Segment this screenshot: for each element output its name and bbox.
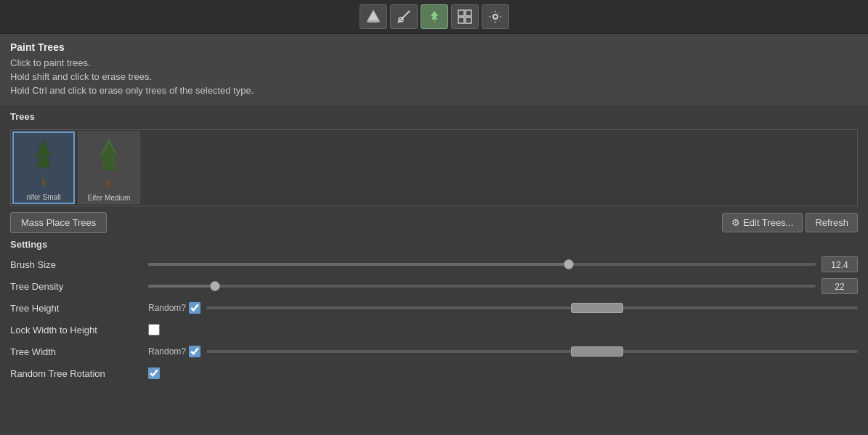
brush-size-value[interactable]: 12.4 — [822, 256, 858, 272]
lock-width-row: Lock Width to Height — [10, 320, 858, 340]
settings-section: Settings Brush Size 12.4 Tree Density 22… — [0, 236, 868, 388]
paint-trees-icon — [426, 9, 442, 25]
brush-size-slider-container — [148, 263, 816, 266]
svg-rect-5 — [434, 20, 435, 23]
tree-density-label: Tree Density — [10, 281, 148, 292]
tree-height-range-container — [206, 306, 858, 309]
tree-height-track[interactable] — [206, 306, 858, 309]
tree-density-slider-container — [148, 285, 816, 288]
paint-trees-tool-btn[interactable] — [421, 4, 448, 29]
edit-trees-button[interactable]: ⚙Edit Trees... — [722, 213, 803, 232]
lock-width-label: Lock Width to Height — [10, 325, 148, 336]
tree-width-row: Tree Width Random? — [10, 341, 858, 362]
tree-label-1: Eifer Medium — [88, 194, 131, 202]
tree-thumb-1[interactable]: Eifer Medium — [78, 131, 140, 204]
svg-rect-6 — [458, 10, 464, 16]
svg-marker-0 — [367, 10, 380, 22]
gear-icon: ⚙ — [731, 217, 740, 228]
trees-section-label: Trees — [10, 111, 858, 122]
mass-place-trees-button[interactable]: Mass Place Trees — [10, 212, 107, 233]
tree-width-label: Tree Width — [10, 346, 148, 357]
tree-width-random-checkbox[interactable] — [189, 346, 200, 357]
tree-height-row: Tree Height Random? — [10, 298, 858, 318]
svg-point-10 — [493, 15, 498, 19]
trees-section: Trees — [0, 107, 868, 129]
settings-icon — [487, 9, 503, 25]
details-tool-btn[interactable] — [451, 4, 479, 29]
trees-thumbnails: nifer Small Eifer Medium — [10, 129, 858, 206]
svg-rect-1 — [368, 20, 378, 23]
tree-height-label: Tree Height — [10, 303, 148, 314]
tree-medium-svg — [91, 137, 127, 189]
svg-rect-11 — [42, 179, 45, 186]
tree-thumb-0[interactable]: nifer Small — [12, 131, 75, 204]
svg-rect-7 — [466, 10, 471, 16]
tree-width-track[interactable] — [206, 350, 858, 353]
svg-marker-13 — [34, 138, 53, 168]
details-icon — [457, 9, 473, 25]
tree-small-svg — [25, 137, 62, 189]
svg-rect-8 — [458, 17, 464, 23]
raise-lower-tool-btn[interactable] — [360, 4, 387, 29]
brush-size-row: Brush Size 12.4 — [10, 254, 858, 275]
info-line-3: Hold Ctrl and click to erase only trees … — [10, 85, 858, 96]
brush-size-label: Brush Size — [10, 259, 148, 270]
random-rotation-label: Random Tree Rotation — [10, 368, 148, 379]
svg-rect-14 — [108, 180, 110, 187]
tree-density-value[interactable]: 22 — [822, 278, 858, 294]
settings-label: Settings — [10, 239, 858, 250]
action-row: Mass Place Trees ⚙Edit Trees... Refresh — [0, 209, 868, 236]
info-line-2: Hold shift and click to erase trees. — [10, 71, 858, 82]
svg-rect-9 — [466, 17, 471, 23]
lock-width-checkbox[interactable] — [148, 324, 160, 336]
info-panel: Paint Trees Click to paint trees. Hold s… — [0, 34, 868, 107]
smooth-tool-btn[interactable] — [390, 4, 418, 29]
random-rotation-row: Random Tree Rotation — [10, 363, 858, 383]
toolbar — [0, 0, 868, 34]
tree-density-track[interactable] — [148, 285, 816, 288]
settings-tool-btn[interactable] — [482, 4, 509, 29]
svg-marker-16 — [100, 142, 118, 170]
tree-width-range-container — [206, 350, 858, 353]
raise-lower-icon — [365, 9, 381, 25]
tree-height-random-checkbox[interactable] — [189, 302, 200, 314]
brush-size-track[interactable] — [148, 263, 816, 266]
smooth-icon — [396, 9, 412, 25]
refresh-button[interactable]: Refresh — [806, 213, 858, 232]
random-rotation-checkbox[interactable] — [148, 367, 160, 379]
tree-label-0: nifer Small — [26, 193, 60, 201]
tree-height-random-label: Random? — [148, 303, 186, 313]
tree-density-row: Tree Density 22 — [10, 276, 858, 296]
paint-trees-title: Paint Trees — [10, 41, 858, 53]
info-line-1: Click to paint trees. — [10, 57, 858, 68]
tree-width-random-label: Random? — [148, 346, 186, 357]
